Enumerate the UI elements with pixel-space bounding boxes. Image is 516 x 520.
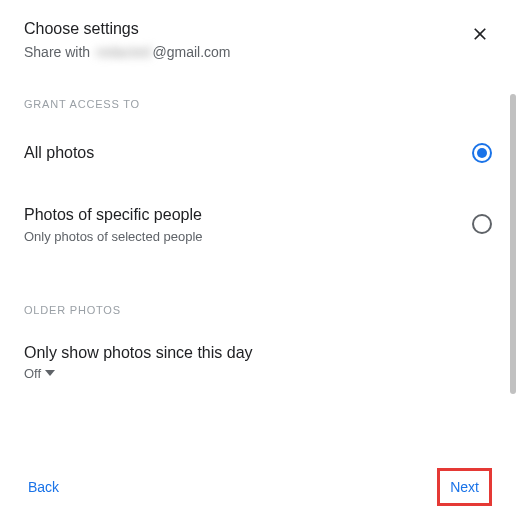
back-button[interactable]: Back bbox=[24, 471, 63, 503]
radio-selected-icon bbox=[472, 143, 492, 163]
date-filter-value: Off bbox=[24, 366, 41, 381]
date-filter-dropdown[interactable]: Off bbox=[24, 366, 492, 381]
scrollbar[interactable] bbox=[510, 94, 516, 394]
share-prefix: Share with bbox=[24, 44, 94, 60]
dropdown-icon bbox=[45, 368, 55, 378]
share-suffix: @gmail.com bbox=[153, 44, 231, 60]
share-email-redacted: redacted bbox=[96, 44, 150, 60]
date-filter-row: Only show photos since this day Off bbox=[0, 336, 516, 389]
option-all-photos[interactable]: All photos bbox=[0, 130, 516, 176]
option-specific-people[interactable]: Photos of specific people Only photos of… bbox=[0, 192, 516, 255]
close-button[interactable] bbox=[468, 22, 492, 46]
close-icon bbox=[470, 24, 490, 44]
option-title: All photos bbox=[24, 142, 472, 164]
radio-unselected-icon bbox=[472, 214, 492, 234]
option-desc: Only photos of selected people bbox=[24, 229, 472, 244]
share-with-text: Share with redacted@gmail.com bbox=[24, 44, 468, 60]
date-filter-title: Only show photos since this day bbox=[24, 344, 492, 362]
option-title: Photos of specific people bbox=[24, 204, 472, 226]
grant-access-label: GRANT ACCESS TO bbox=[0, 98, 516, 110]
older-photos-label: OLDER PHOTOS bbox=[0, 304, 516, 316]
next-button[interactable]: Next bbox=[437, 468, 492, 506]
page-title: Choose settings bbox=[24, 20, 468, 38]
